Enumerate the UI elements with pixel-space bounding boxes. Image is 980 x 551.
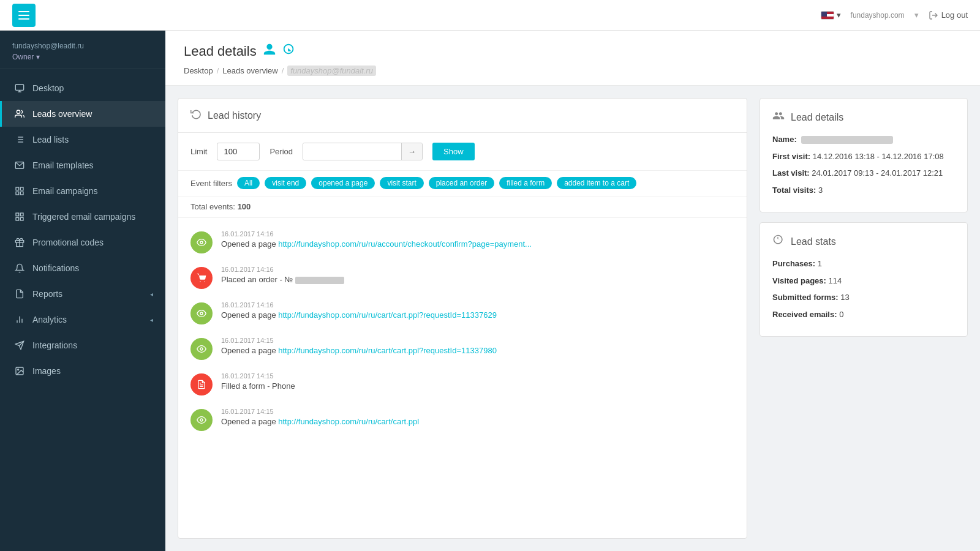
- sidebar-item-images[interactable]: Images: [0, 358, 165, 384]
- svg-point-32: [200, 312, 203, 315]
- event-item: 16.01.2017 14:16 Opened a page http://fu…: [178, 224, 747, 260]
- sidebar-item-email-campaigns[interactable]: Email campaigns: [0, 178, 165, 204]
- sidebar-item-leads-overview[interactable]: Leads overview: [0, 101, 165, 127]
- event-link[interactable]: http://fundayshop.com/ru/ru/cart/cart.pp…: [278, 417, 419, 426]
- sidebar-item-analytics[interactable]: Analytics ◂: [0, 307, 165, 332]
- grid-icon: [14, 186, 25, 197]
- logout-label: Log out: [941, 10, 968, 20]
- image-icon: [14, 365, 25, 377]
- users-icon: [14, 108, 25, 119]
- language-selector[interactable]: ▾: [821, 10, 841, 20]
- triggered-grid-icon: [14, 211, 25, 222]
- event-desc: Opened a page http://fundayshop.com/ru/r…: [221, 417, 734, 426]
- sidebar-item-email-templates[interactable]: Email templates: [0, 152, 165, 178]
- filter-tag-visit-start[interactable]: visit start: [380, 177, 423, 189]
- visited-pages-row: Visited pages: 114: [772, 275, 955, 287]
- sidebar-item-triggered-email-campaigns[interactable]: Triggered email campaigns: [0, 204, 165, 230]
- visited-pages-label: Visited pages:: [772, 276, 826, 285]
- account-selector[interactable]: fundayshop.com: [851, 11, 905, 20]
- filter-tag-opened-page[interactable]: opened a page: [311, 177, 375, 189]
- period-arrow-button[interactable]: →: [401, 143, 422, 160]
- event-time: 16.01.2017 14:15: [221, 337, 734, 344]
- event-content: 16.01.2017 14:15 Filled a form - Phone: [221, 372, 734, 391]
- svg-point-31: [205, 281, 205, 282]
- topbar-left: [12, 4, 36, 27]
- lead-person-icon: [263, 43, 276, 59]
- event-item: 16.01.2017 14:15 Opened a page http://fu…: [178, 331, 747, 366]
- sidebar: fundayshop@leadit.ru Owner ▾ Desktop Lea…: [0, 31, 165, 551]
- filter-tag-filled-form[interactable]: filled a form: [499, 177, 552, 189]
- filter-tag-placed-order[interactable]: placed an order: [429, 177, 494, 189]
- last-visit-value: 24.01.2017 09:13 - 24.01.2017 12:21: [812, 168, 943, 178]
- limit-input[interactable]: [217, 143, 260, 160]
- sidebar-item-lead-lists[interactable]: Lead lists: [0, 127, 165, 152]
- filter-tag-visit-end[interactable]: visit end: [265, 177, 306, 189]
- sidebar-item-reports[interactable]: Reports ◂: [0, 281, 165, 307]
- first-visit-value: 14.12.2016 13:18 - 14.12.2016 17:08: [813, 152, 944, 161]
- event-desc: Filled a form - Phone: [221, 381, 734, 391]
- breadcrumb-leads-overview[interactable]: Leads overview: [222, 66, 277, 75]
- sidebar-item-images-label: Images: [32, 366, 153, 376]
- logout-button[interactable]: Log out: [929, 10, 968, 20]
- role-chevron: ▾: [36, 53, 40, 61]
- sidebar-role[interactable]: Owner ▾: [12, 53, 153, 61]
- main-content: Lead details Desktop / Leads overview / …: [165, 31, 980, 551]
- event-content: 16.01.2017 14:16 Opened a page http://fu…: [221, 301, 734, 320]
- sidebar-item-integrations-label: Integrations: [32, 340, 153, 350]
- sidebar-item-notifications[interactable]: Notifications: [0, 255, 165, 281]
- sidebar-item-desktop[interactable]: Desktop: [0, 75, 165, 101]
- blurred-order-number: [295, 277, 344, 284]
- submitted-forms-row: Submitted forms: 13: [772, 291, 955, 304]
- hamburger-button[interactable]: [12, 4, 36, 27]
- breadcrumb-current: fundayshop@fundait.ru: [287, 66, 376, 76]
- event-content: 16.01.2017 14:16 Placed an order - №: [221, 266, 734, 284]
- event-icon-eye: [190, 231, 213, 253]
- sidebar-item-promotional-codes[interactable]: Promotional codes: [0, 230, 165, 255]
- total-events-label: Total events:: [190, 202, 235, 211]
- sidebar-item-integrations[interactable]: Integrations: [0, 332, 165, 358]
- event-icon-order: [190, 267, 213, 289]
- lead-details-card-header: Lead details: [772, 110, 955, 125]
- event-link[interactable]: http://fundayshop.com/ru/ru/cart/cart.pp…: [278, 310, 497, 320]
- reports-chevron: ◂: [150, 291, 153, 298]
- lead-history-panel: Lead history Limit Period → Show Event f…: [178, 98, 747, 539]
- event-link[interactable]: http://fundayshop.com/ru/ru/cart/cart.pp…: [278, 346, 497, 355]
- event-time: 16.01.2017 14:15: [221, 372, 734, 380]
- total-events-row: Total events: 100: [178, 197, 747, 218]
- svg-point-29: [200, 241, 203, 244]
- event-icon-eye: [190, 338, 213, 360]
- period-label: Period: [270, 147, 293, 156]
- lead-details-panel: Lead details Name: First visit: 14.12.20…: [760, 98, 968, 539]
- topbar-right: ▾ fundayshop.com ▾ Log out: [821, 10, 968, 20]
- purchases-row: Purchases: 1: [772, 258, 955, 270]
- event-icon-eye: [190, 409, 213, 431]
- lead-details-card-icon: [772, 110, 785, 125]
- logout-icon: [929, 10, 938, 20]
- event-time: 16.01.2017 14:16: [221, 266, 734, 273]
- svg-rect-18: [16, 217, 19, 220]
- last-visit-row: Last visit: 24.01.2017 09:13 - 24.01.201…: [772, 167, 955, 179]
- filter-tag-all[interactable]: All: [237, 177, 260, 189]
- event-desc: Opened a page http://fundayshop.com/ru/r…: [221, 310, 734, 320]
- page-title-text: Lead details: [184, 43, 257, 59]
- topbar: ▾ fundayshop.com ▾ Log out: [0, 0, 980, 31]
- breadcrumb-sep-1: /: [217, 66, 219, 75]
- submitted-forms-value: 13: [840, 293, 849, 302]
- filter-tag-added-cart[interactable]: added item to a cart: [557, 177, 636, 189]
- svg-rect-15: [20, 192, 23, 195]
- svg-rect-12: [16, 187, 19, 190]
- breadcrumb-desktop[interactable]: Desktop: [184, 66, 213, 75]
- svg-rect-13: [20, 187, 23, 190]
- first-visit-row: First visit: 14.12.2016 13:18 - 14.12.20…: [772, 151, 955, 163]
- event-icon-eye: [190, 302, 213, 324]
- history-icon: [190, 108, 202, 122]
- event-link[interactable]: http://fundayshop.com/ru/ru/account/chec…: [278, 239, 532, 249]
- analytics-chevron: ◂: [150, 317, 153, 323]
- svg-rect-17: [20, 213, 23, 216]
- lead-name-blurred: [801, 136, 893, 144]
- lead-stats-card-title: Lead stats: [791, 236, 836, 247]
- svg-rect-16: [16, 213, 19, 216]
- period-input[interactable]: [303, 143, 401, 160]
- show-button[interactable]: Show: [432, 143, 475, 160]
- received-emails-value: 0: [839, 310, 843, 319]
